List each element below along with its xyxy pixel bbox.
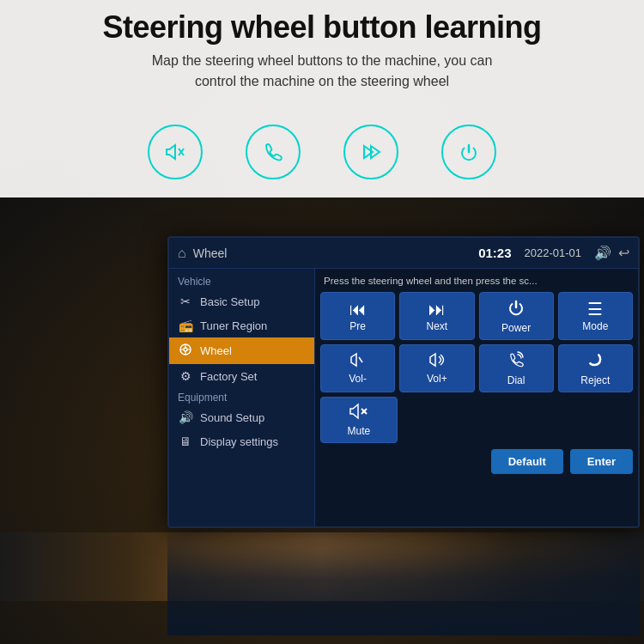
ui-screen: ⌂ Wheel 01:23 2022-01-01 🔊 ↩ Vehicle ✂ B… bbox=[167, 236, 640, 528]
pre-icon: ⏮ bbox=[349, 301, 367, 318]
equipment-section-label: Equipment bbox=[169, 388, 314, 405]
screen-container: ⌂ Wheel 01:23 2022-01-01 🔊 ↩ Vehicle ✂ B… bbox=[167, 236, 640, 528]
control-buttons-row3: Mute bbox=[320, 397, 633, 443]
mute-button[interactable]: Mute bbox=[320, 397, 398, 443]
wood-strip bbox=[0, 532, 644, 601]
menu-wheel[interactable]: Wheel bbox=[169, 337, 314, 364]
next-button[interactable]: ⏭ Next bbox=[399, 292, 474, 340]
power-feature-icon bbox=[441, 125, 496, 179]
call-feature-icon bbox=[246, 125, 301, 179]
wheel-label: Wheel bbox=[200, 344, 232, 357]
dial-button[interactable]: Dial bbox=[479, 344, 554, 392]
svg-marker-0 bbox=[167, 145, 175, 159]
mute-row-spacer bbox=[402, 397, 633, 443]
enter-button[interactable]: Enter bbox=[570, 449, 633, 474]
left-menu: Vehicle ✂ Basic Setup 📻 Tuner Region bbox=[169, 269, 315, 526]
scissors-icon: ✂ bbox=[178, 295, 193, 308]
menu-display-settings[interactable]: 🖥 Display settings bbox=[169, 429, 314, 453]
home-icon: ⌂ bbox=[178, 246, 186, 261]
reject-icon bbox=[586, 350, 605, 372]
default-button[interactable]: Default bbox=[491, 449, 563, 474]
basic-setup-label: Basic Setup bbox=[200, 295, 259, 308]
mode-icon: ☰ bbox=[587, 301, 603, 318]
factory-icon: ⚙ bbox=[178, 369, 193, 383]
mode-label: Mode bbox=[582, 320, 608, 332]
vol-down-button[interactable]: Vol- bbox=[320, 344, 395, 392]
power-button[interactable]: Power bbox=[479, 292, 554, 340]
title-section: Steering wheel button learning Map the s… bbox=[0, 9, 644, 92]
control-buttons-row2: Vol- Vol+ bbox=[320, 344, 633, 392]
vehicle-section-label: Vehicle bbox=[169, 272, 314, 289]
instruction-text: Press the steering wheel and then press … bbox=[320, 274, 633, 288]
display-settings-label: Display settings bbox=[200, 435, 278, 448]
subtitle: Map the steering wheel buttons to the ma… bbox=[0, 51, 644, 92]
skip-feature-icon bbox=[343, 125, 398, 179]
reject-label: Reject bbox=[580, 374, 610, 386]
dial-label: Dial bbox=[507, 374, 526, 386]
sound-icon: 🔊 bbox=[178, 410, 193, 424]
volume-icon: 🔊 bbox=[594, 245, 611, 261]
next-icon: ⏭ bbox=[428, 301, 446, 318]
tuner-region-label: Tuner Region bbox=[200, 319, 267, 332]
control-buttons-row1: ⏮ Pre ⏭ Next Power bbox=[320, 292, 633, 340]
svg-point-6 bbox=[184, 348, 187, 351]
page-title: Steering wheel button learning bbox=[0, 9, 644, 46]
vol-up-label: Vol+ bbox=[427, 373, 447, 385]
svg-marker-11 bbox=[351, 354, 356, 366]
vol-up-icon bbox=[428, 352, 447, 370]
svg-marker-14 bbox=[350, 404, 358, 418]
sound-setup-label: Sound Setup bbox=[200, 411, 264, 424]
mode-button[interactable]: ☰ Mode bbox=[558, 292, 633, 340]
wheel-icon bbox=[178, 343, 193, 359]
next-label: Next bbox=[427, 320, 448, 332]
dial-icon bbox=[507, 350, 526, 372]
content-area: Vehicle ✂ Basic Setup 📻 Tuner Region bbox=[169, 269, 638, 526]
menu-sound-setup[interactable]: 🔊 Sound Setup bbox=[169, 405, 314, 429]
bottom-actions: Default Enter bbox=[320, 449, 633, 474]
vol-down-icon bbox=[349, 352, 368, 370]
factory-set-label: Factory Set bbox=[200, 370, 257, 383]
svg-line-12 bbox=[359, 357, 362, 362]
menu-basic-setup[interactable]: ✂ Basic Setup bbox=[169, 289, 314, 313]
header-date: 2022-01-01 bbox=[525, 246, 582, 259]
feature-icons-row bbox=[0, 125, 644, 179]
reject-button[interactable]: Reject bbox=[558, 344, 633, 392]
header-time: 01:23 bbox=[478, 246, 511, 260]
wheel-header-label: Wheel bbox=[193, 246, 465, 260]
menu-tuner-region[interactable]: 📻 Tuner Region bbox=[169, 313, 314, 337]
mute-label: Mute bbox=[348, 425, 371, 437]
display-icon: 🖥 bbox=[178, 434, 193, 448]
vol-down-label: Vol- bbox=[349, 373, 367, 385]
mute-btn-icon bbox=[349, 403, 368, 422]
power-icon bbox=[507, 298, 526, 319]
header-bar: ⌂ Wheel 01:23 2022-01-01 🔊 ↩ bbox=[169, 238, 638, 269]
svg-marker-13 bbox=[430, 354, 435, 366]
pre-label: Pre bbox=[349, 320, 366, 332]
menu-factory-set[interactable]: ⚙ Factory Set bbox=[169, 364, 314, 388]
vol-up-button[interactable]: Vol+ bbox=[399, 344, 474, 392]
pre-button[interactable]: ⏮ Pre bbox=[320, 292, 395, 340]
back-icon: ↩ bbox=[618, 245, 629, 261]
header-right-icons: 🔊 ↩ bbox=[594, 245, 629, 261]
mute-feature-icon bbox=[148, 125, 203, 179]
power-label: Power bbox=[501, 322, 531, 334]
radio-icon: 📻 bbox=[178, 319, 193, 332]
right-panel: Press the steering wheel and then press … bbox=[315, 269, 638, 526]
